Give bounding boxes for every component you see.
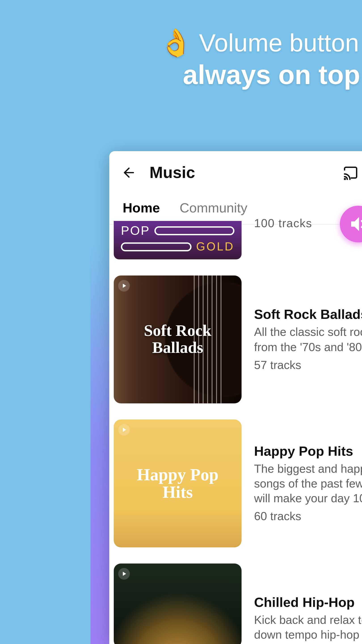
playlist-row[interactable]: Soft Rock Ballads Soft Rock Ballads All … <box>114 268 362 412</box>
cover-label: Happy Pop Hits <box>137 466 218 501</box>
play-badge-icon <box>118 424 130 436</box>
playlist-row[interactable]: Happy Pop Hits Happy Pop Hits The bigges… <box>114 412 362 556</box>
svg-marker-7 <box>123 284 126 288</box>
cast-button[interactable] <box>336 158 362 187</box>
ok-hand-emoji: 👌 <box>159 27 193 58</box>
playlist-desc: All the classic soft rock ballads from t… <box>254 325 362 354</box>
playlist-name: Happy Pop Hits <box>254 444 362 459</box>
app-screen: Music Home Community <box>109 151 362 644</box>
playlist-feed[interactable]: POP GOLD 100 tracks <box>109 221 362 644</box>
app-bar: Music <box>109 151 362 194</box>
tab-home[interactable]: Home <box>123 196 160 224</box>
promo-heading: 👌 Volume button is always on top <box>90 27 362 90</box>
playlist-cover-soft-rock[interactable]: Soft Rock Ballads <box>114 276 242 404</box>
volume-icon <box>348 213 362 235</box>
cover-label: Soft Rock Ballads <box>144 322 211 356</box>
promo-line2: always on top <box>90 60 362 90</box>
playlist-desc: The biggest and happiest hit songs of th… <box>254 461 362 506</box>
tab-community[interactable]: Community <box>180 196 247 224</box>
arrow-left-icon <box>121 165 137 180</box>
promo-frame: 👌 Volume button is always on top Music <box>90 0 362 644</box>
play-badge-icon <box>118 280 130 292</box>
playlist-name: Soft Rock Ballads <box>254 307 362 322</box>
playlist-desc: Kick back and relax to these down tempo … <box>254 613 362 642</box>
playlist-row[interactable]: Chilled Hip-Hop Kick back and relax to t… <box>114 556 362 644</box>
playlist-tracks: 57 tracks <box>254 358 362 372</box>
promo-line1: Volume button is <box>199 28 362 57</box>
play-badge-icon <box>118 568 130 580</box>
cast-icon <box>343 164 359 181</box>
svg-marker-9 <box>123 572 126 576</box>
decor-pill <box>121 242 192 251</box>
svg-point-1 <box>345 179 346 180</box>
cover-text: POP <box>121 224 150 238</box>
playlist-row[interactable]: POP GOLD 100 tracks <box>114 221 362 268</box>
svg-marker-8 <box>123 428 126 432</box>
decor-pill <box>154 226 234 235</box>
playlist-cover-hiphop[interactable] <box>114 564 242 644</box>
cover-text: GOLD <box>196 240 234 254</box>
playlist-cover-pop-gold[interactable]: POP GOLD <box>114 221 242 260</box>
app-title: Music <box>149 163 195 182</box>
back-button[interactable] <box>117 161 141 184</box>
playlist-cover-happy-pop[interactable]: Happy Pop Hits <box>114 420 242 548</box>
playlist-name: Chilled Hip-Hop <box>254 595 362 610</box>
playlist-tracks: 60 tracks <box>254 510 362 524</box>
